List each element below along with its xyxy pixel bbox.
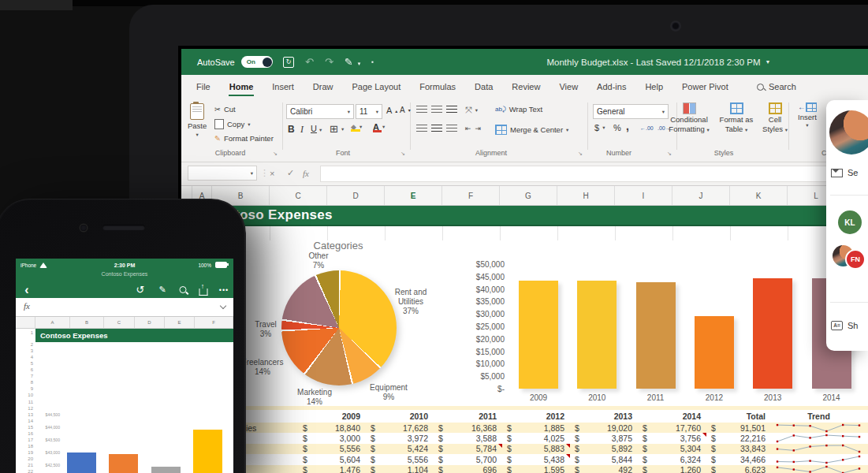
value-cell[interactable]: $5,438 xyxy=(502,454,570,464)
tab-insert[interactable]: Insert xyxy=(271,77,295,96)
font-color-button[interactable]: A▾ xyxy=(373,122,385,132)
phone-column-header-A[interactable]: A xyxy=(35,317,70,329)
bar-2009[interactable] xyxy=(519,281,558,389)
header-cell[interactable]: 2011 xyxy=(434,410,502,423)
phone-column-header-B[interactable]: B xyxy=(70,317,104,329)
bar-2013[interactable] xyxy=(753,278,792,389)
pen-icon[interactable]: ✎ xyxy=(158,281,166,298)
back-icon[interactable]: ‹ xyxy=(24,281,28,298)
contact-badge-kl[interactable]: KL xyxy=(838,210,862,234)
total-cell[interactable]: $33,843 xyxy=(706,444,771,454)
header-cell[interactable]: 2013 xyxy=(570,410,638,423)
autosave-control[interactable]: AutoSave On xyxy=(197,49,273,75)
column-header-C[interactable]: C xyxy=(270,186,327,205)
header-cell[interactable]: 2012 xyxy=(502,410,570,423)
total-cell[interactable]: $6,623 xyxy=(706,465,771,473)
name-box[interactable]: ▾ xyxy=(188,166,257,181)
chevron-down-icon[interactable] xyxy=(220,303,226,309)
comma-style-button[interactable]: , xyxy=(626,120,629,132)
phone-bar-2014[interactable] xyxy=(151,467,181,473)
enter-icon[interactable]: ✓ xyxy=(287,166,294,181)
column-header-H[interactable]: H xyxy=(557,186,615,205)
dialog-launcher-icon[interactable]: ↘ xyxy=(400,151,405,157)
column-header-K[interactable]: K xyxy=(730,186,788,205)
value-cell[interactable]: $5,784 xyxy=(434,444,502,454)
share-icon[interactable] xyxy=(199,281,208,298)
tab-add-ins[interactable]: Add-ins xyxy=(596,77,627,96)
tab-page-layout[interactable]: Page Layout xyxy=(351,77,401,96)
value-cell[interactable]: $5,883 xyxy=(502,444,570,454)
indent-buttons[interactable]: ⇤⇥ xyxy=(465,125,481,132)
phone-column-header-E[interactable]: E xyxy=(165,317,195,329)
insert-cells-button[interactable]: ← Insert ▾ xyxy=(792,102,823,128)
total-cell[interactable]: $34,466 xyxy=(706,454,771,464)
value-cell[interactable]: $492 xyxy=(570,465,638,473)
tab-data[interactable]: Data xyxy=(474,77,494,96)
redo-icon[interactable]: ↷ xyxy=(325,56,333,68)
user-avatar[interactable] xyxy=(829,110,868,155)
trend-cell[interactable] xyxy=(771,423,866,433)
formula-input[interactable] xyxy=(320,166,865,182)
orientation-button[interactable]: ⤧▾ xyxy=(465,105,478,115)
total-cell[interactable]: $22,216 xyxy=(706,433,771,443)
value-cell[interactable]: $19,020 xyxy=(570,423,638,433)
column-header-I[interactable]: I xyxy=(615,186,672,205)
worksheet[interactable]: Contoso Expenses Categories Rent and Uti… xyxy=(181,206,868,473)
vertical-align-buttons[interactable] xyxy=(416,106,457,114)
bold-button[interactable]: B xyxy=(288,124,295,135)
send-button[interactable]: Se xyxy=(831,168,858,177)
header-cell[interactable]: 2010 xyxy=(366,410,434,423)
phone-column-header-F[interactable]: F xyxy=(195,317,233,329)
value-cell[interactable]: $1,595 xyxy=(502,465,570,473)
phone-bar-2013[interactable] xyxy=(109,454,138,473)
column-header-J[interactable]: J xyxy=(672,186,730,205)
copy-button[interactable]: Copy ▾ xyxy=(214,119,250,129)
search-icon[interactable] xyxy=(180,281,187,298)
percent-button[interactable]: % xyxy=(613,123,621,132)
share-button[interactable]: A= Sh xyxy=(831,321,858,330)
increase-decimal-icon[interactable]: ←.00 xyxy=(640,125,654,131)
tab-file[interactable]: File xyxy=(196,77,211,96)
dialog-launcher-icon[interactable]: ↘ xyxy=(578,151,583,157)
conditional-formatting-button[interactable]: Conditional Formatting ▾ xyxy=(665,102,713,133)
bar-2011[interactable] xyxy=(636,282,676,389)
paste-button[interactable]: Paste ▾ xyxy=(188,103,207,138)
value-cell[interactable]: $18,840 xyxy=(298,423,366,433)
cancel-icon[interactable]: × xyxy=(270,166,274,181)
value-cell[interactable]: $1,476 xyxy=(298,465,366,473)
currency-button[interactable]: $▾ xyxy=(594,123,605,132)
shrink-font-button[interactable]: A▾ xyxy=(400,106,411,114)
undo-icon[interactable]: ↶ xyxy=(305,56,314,68)
document-title[interactable]: Monthly Budget.xlsx - Last Saved 12/1/20… xyxy=(481,49,836,75)
phone-bar-2015[interactable] xyxy=(193,430,222,473)
value-cell[interactable]: $5,700 xyxy=(434,454,502,464)
tab-power-pivot[interactable]: Power Pivot xyxy=(681,77,729,96)
tab-review[interactable]: Review xyxy=(511,77,541,96)
phone-formula-bar[interactable]: fx xyxy=(16,298,233,317)
value-cell[interactable]: $696 xyxy=(434,465,502,473)
column-header-G[interactable]: G xyxy=(500,186,557,205)
cell-styles-button[interactable]: Cell Styles ▾ xyxy=(759,102,791,133)
value-cell[interactable]: $3,756 xyxy=(638,433,706,443)
value-cell[interactable]: $5,304 xyxy=(638,444,706,454)
value-cell[interactable]: $1,104 xyxy=(366,465,434,473)
value-cell[interactable]: $16,368 xyxy=(434,423,502,433)
tab-home[interactable]: Home xyxy=(229,77,255,96)
phone-column-header-D[interactable]: D xyxy=(135,317,165,329)
value-cell[interactable]: $3,875 xyxy=(570,433,638,443)
column-header-E[interactable]: E xyxy=(385,186,442,205)
value-cell[interactable]: $5,424 xyxy=(366,444,434,454)
phone-bar-2012[interactable] xyxy=(67,453,96,473)
borders-icon[interactable]: ⊞▾ xyxy=(330,123,344,135)
dialog-launcher-icon[interactable]: ↘ xyxy=(667,151,672,157)
trend-cell[interactable] xyxy=(771,454,866,464)
value-cell[interactable]: $6,324 xyxy=(638,454,706,464)
merge-center-button[interactable]: Merge & Center ▾ xyxy=(495,125,568,135)
header-cell[interactable]: 2009 xyxy=(298,410,366,423)
trend-cell[interactable] xyxy=(771,444,866,454)
fill-color-button[interactable]: ◆▾ xyxy=(351,123,362,131)
header-cell[interactable]: Total xyxy=(706,410,771,423)
bar-2010[interactable] xyxy=(577,281,617,389)
trend-cell[interactable] xyxy=(771,465,866,473)
italic-button[interactable]: I xyxy=(300,124,304,136)
